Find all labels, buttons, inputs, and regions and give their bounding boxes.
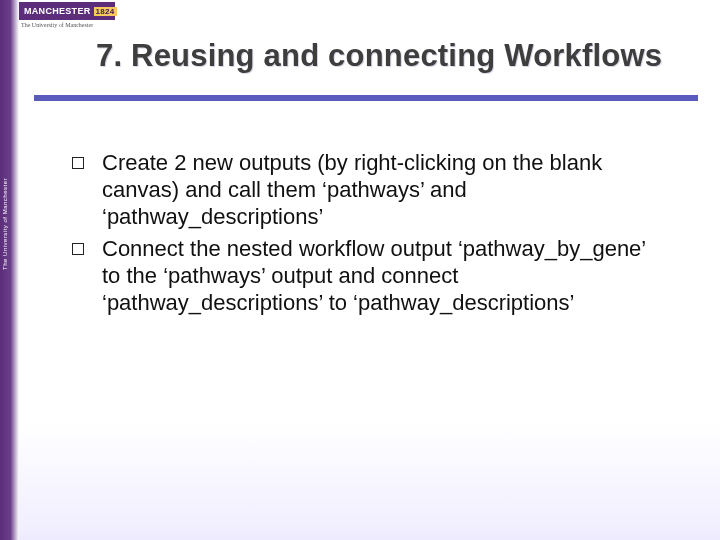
list-item: Create 2 new outputs (by right-clicking … (72, 150, 657, 230)
bullet-text: Create 2 new outputs (by right-clicking … (102, 150, 657, 230)
logo-subline: The University of Manchester (19, 20, 115, 28)
university-logo: MANCHESTER 1824 The University of Manche… (19, 2, 115, 28)
square-bullet-icon (72, 243, 84, 255)
left-sidebar: The University of Manchester (0, 0, 19, 540)
sidebar-university-text: The University of Manchester (2, 178, 8, 270)
slide-body: Create 2 new outputs (by right-clicking … (72, 150, 657, 323)
list-item: Connect the nested workflow output ‘path… (72, 236, 657, 316)
bullet-text: Connect the nested workflow output ‘path… (102, 236, 657, 316)
slide-title: 7. Reusing and connecting Workflows (96, 38, 696, 74)
slide: The University of Manchester MANCHESTER … (0, 0, 720, 540)
logo-year: 1824 (94, 7, 117, 16)
title-separator (34, 95, 698, 101)
logo-top-bar: MANCHESTER 1824 (19, 2, 115, 20)
square-bullet-icon (72, 157, 84, 169)
logo-name: MANCHESTER (24, 6, 91, 16)
